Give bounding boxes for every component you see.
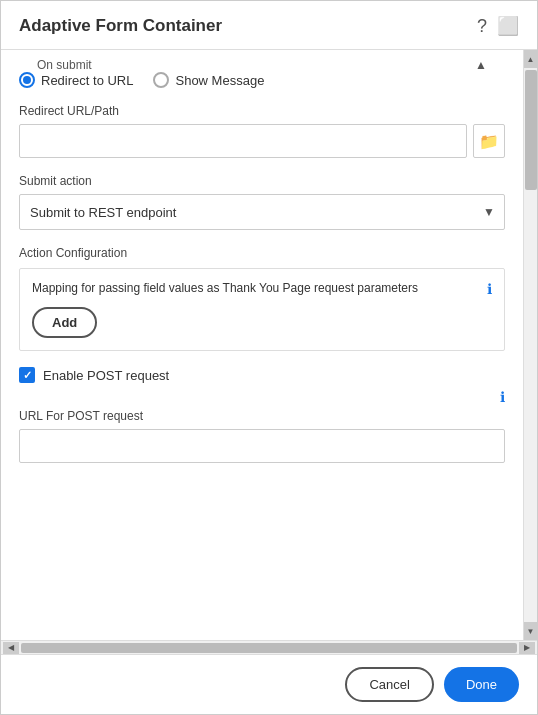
checkbox-check-icon: ✓ bbox=[23, 369, 32, 382]
show-message-option[interactable]: Show Message bbox=[153, 72, 264, 88]
post-url-input[interactable] bbox=[19, 429, 505, 463]
dialog-footer: Cancel Done bbox=[1, 654, 537, 714]
dialog-title: Adaptive Form Container bbox=[19, 16, 222, 36]
dialog-header: Adaptive Form Container ? ⬜ bbox=[1, 1, 537, 50]
submit-radio-group: Redirect to URL Show Message bbox=[19, 72, 505, 88]
submit-action-select[interactable]: Submit to REST endpoint Submit to Email … bbox=[19, 194, 505, 230]
help-icon[interactable]: ? bbox=[477, 16, 487, 37]
on-submit-header-row: On submit ▲ bbox=[19, 50, 505, 72]
redirect-radio-inner bbox=[23, 76, 31, 84]
horizontal-scrollbar: ◀ ▶ bbox=[1, 640, 537, 654]
h-scroll-thumb[interactable] bbox=[21, 643, 517, 653]
submit-action-wrapper: Submit to REST endpoint Submit to Email … bbox=[19, 194, 505, 230]
post-url-info-icon[interactable]: ℹ bbox=[500, 389, 505, 405]
action-config-section: Action Configuration Mapping for passing… bbox=[19, 246, 505, 463]
dialog-body: On submit ▲ Redirect to URL Show Message… bbox=[1, 50, 537, 640]
add-button[interactable]: Add bbox=[32, 307, 97, 338]
folder-icon: 📁 bbox=[479, 132, 499, 151]
browse-button[interactable]: 📁 bbox=[473, 124, 505, 158]
on-submit-label: On submit bbox=[37, 58, 475, 72]
redirect-url-label: Redirect URL/Path bbox=[19, 104, 505, 118]
redirect-radio-label: Redirect to URL bbox=[41, 73, 133, 88]
mapping-header: Mapping for passing field values as Than… bbox=[32, 281, 492, 297]
dialog: Adaptive Form Container ? ⬜ On submit ▲ … bbox=[0, 0, 538, 715]
post-url-label: URL For POST request bbox=[19, 409, 505, 423]
post-url-info-row: ℹ bbox=[19, 389, 505, 405]
resize-icon[interactable]: ⬜ bbox=[497, 15, 519, 37]
mapping-text: Mapping for passing field values as Than… bbox=[32, 281, 479, 295]
show-message-radio-label: Show Message bbox=[175, 73, 264, 88]
action-config-label: Action Configuration bbox=[19, 246, 505, 260]
header-icons: ? ⬜ bbox=[477, 15, 519, 37]
redirect-to-url-option[interactable]: Redirect to URL bbox=[19, 72, 133, 88]
scroll-up-button[interactable]: ▲ bbox=[524, 50, 538, 68]
redirect-radio-circle[interactable] bbox=[19, 72, 35, 88]
enable-post-checkbox[interactable]: ✓ bbox=[19, 367, 35, 383]
scroll-down-button[interactable]: ▼ bbox=[524, 622, 538, 640]
submit-action-label: Submit action bbox=[19, 174, 505, 188]
redirect-url-input[interactable] bbox=[19, 124, 467, 158]
enable-post-label: Enable POST request bbox=[43, 368, 169, 383]
content-area: On submit ▲ Redirect to URL Show Message… bbox=[1, 50, 523, 640]
redirect-url-row: 📁 bbox=[19, 124, 505, 158]
post-url-section: ℹ URL For POST request bbox=[19, 389, 505, 463]
enable-post-row: ✓ Enable POST request bbox=[19, 367, 505, 383]
scroll-thumb[interactable] bbox=[525, 70, 537, 190]
done-button[interactable]: Done bbox=[444, 667, 519, 702]
scroll-right-button[interactable]: ▶ bbox=[519, 642, 535, 654]
show-message-radio-circle[interactable] bbox=[153, 72, 169, 88]
collapse-icon[interactable]: ▲ bbox=[475, 58, 487, 72]
scroll-left-button[interactable]: ◀ bbox=[3, 642, 19, 654]
cancel-button[interactable]: Cancel bbox=[345, 667, 433, 702]
vertical-scrollbar: ▲ ▼ bbox=[523, 50, 537, 640]
mapping-info-icon[interactable]: ℹ bbox=[487, 281, 492, 297]
mapping-box: Mapping for passing field values as Than… bbox=[19, 268, 505, 351]
